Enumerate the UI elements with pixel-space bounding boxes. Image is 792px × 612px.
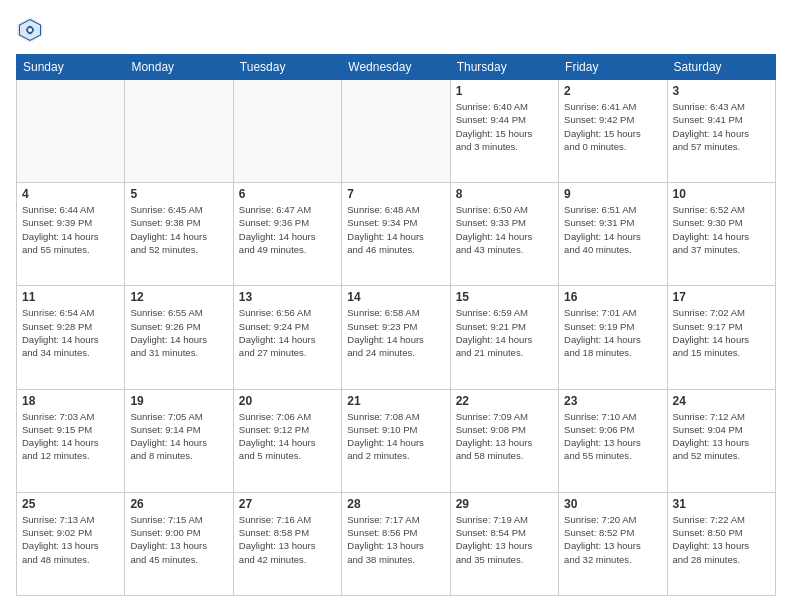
day-info: Sunrise: 7:17 AM Sunset: 8:56 PM Dayligh… — [347, 513, 444, 566]
calendar-cell: 29Sunrise: 7:19 AM Sunset: 8:54 PM Dayli… — [450, 492, 558, 595]
calendar-cell: 20Sunrise: 7:06 AM Sunset: 9:12 PM Dayli… — [233, 389, 341, 492]
day-number: 9 — [564, 187, 661, 201]
calendar-cell — [125, 80, 233, 183]
calendar-cell: 19Sunrise: 7:05 AM Sunset: 9:14 PM Dayli… — [125, 389, 233, 492]
day-info: Sunrise: 7:09 AM Sunset: 9:08 PM Dayligh… — [456, 410, 553, 463]
day-info: Sunrise: 6:45 AM Sunset: 9:38 PM Dayligh… — [130, 203, 227, 256]
svg-point-2 — [28, 28, 32, 32]
day-info: Sunrise: 7:01 AM Sunset: 9:19 PM Dayligh… — [564, 306, 661, 359]
day-info: Sunrise: 6:43 AM Sunset: 9:41 PM Dayligh… — [673, 100, 770, 153]
calendar-cell: 12Sunrise: 6:55 AM Sunset: 9:26 PM Dayli… — [125, 286, 233, 389]
calendar-cell: 18Sunrise: 7:03 AM Sunset: 9:15 PM Dayli… — [17, 389, 125, 492]
calendar-cell: 26Sunrise: 7:15 AM Sunset: 9:00 PM Dayli… — [125, 492, 233, 595]
calendar-cell: 13Sunrise: 6:56 AM Sunset: 9:24 PM Dayli… — [233, 286, 341, 389]
day-info: Sunrise: 7:16 AM Sunset: 8:58 PM Dayligh… — [239, 513, 336, 566]
calendar-cell: 5Sunrise: 6:45 AM Sunset: 9:38 PM Daylig… — [125, 183, 233, 286]
day-info: Sunrise: 7:06 AM Sunset: 9:12 PM Dayligh… — [239, 410, 336, 463]
calendar-cell: 4Sunrise: 6:44 AM Sunset: 9:39 PM Daylig… — [17, 183, 125, 286]
day-info: Sunrise: 7:05 AM Sunset: 9:14 PM Dayligh… — [130, 410, 227, 463]
day-number: 20 — [239, 394, 336, 408]
day-number: 7 — [347, 187, 444, 201]
day-number: 30 — [564, 497, 661, 511]
day-number: 27 — [239, 497, 336, 511]
calendar-cell: 8Sunrise: 6:50 AM Sunset: 9:33 PM Daylig… — [450, 183, 558, 286]
logo — [16, 16, 48, 44]
day-header-monday: Monday — [125, 55, 233, 80]
calendar-cell: 7Sunrise: 6:48 AM Sunset: 9:34 PM Daylig… — [342, 183, 450, 286]
day-number: 21 — [347, 394, 444, 408]
day-number: 18 — [22, 394, 119, 408]
day-number: 3 — [673, 84, 770, 98]
calendar-cell: 27Sunrise: 7:16 AM Sunset: 8:58 PM Dayli… — [233, 492, 341, 595]
day-number: 25 — [22, 497, 119, 511]
day-number: 17 — [673, 290, 770, 304]
day-number: 15 — [456, 290, 553, 304]
calendar-cell: 11Sunrise: 6:54 AM Sunset: 9:28 PM Dayli… — [17, 286, 125, 389]
day-info: Sunrise: 7:20 AM Sunset: 8:52 PM Dayligh… — [564, 513, 661, 566]
calendar-cell: 2Sunrise: 6:41 AM Sunset: 9:42 PM Daylig… — [559, 80, 667, 183]
day-info: Sunrise: 6:47 AM Sunset: 9:36 PM Dayligh… — [239, 203, 336, 256]
day-info: Sunrise: 7:08 AM Sunset: 9:10 PM Dayligh… — [347, 410, 444, 463]
day-number: 11 — [22, 290, 119, 304]
calendar-cell: 17Sunrise: 7:02 AM Sunset: 9:17 PM Dayli… — [667, 286, 775, 389]
day-info: Sunrise: 7:22 AM Sunset: 8:50 PM Dayligh… — [673, 513, 770, 566]
calendar-cell — [342, 80, 450, 183]
calendar-cell: 10Sunrise: 6:52 AM Sunset: 9:30 PM Dayli… — [667, 183, 775, 286]
day-header-friday: Friday — [559, 55, 667, 80]
day-number: 31 — [673, 497, 770, 511]
calendar-cell: 28Sunrise: 7:17 AM Sunset: 8:56 PM Dayli… — [342, 492, 450, 595]
day-info: Sunrise: 6:54 AM Sunset: 9:28 PM Dayligh… — [22, 306, 119, 359]
day-number: 6 — [239, 187, 336, 201]
page-header — [16, 16, 776, 44]
calendar-cell: 3Sunrise: 6:43 AM Sunset: 9:41 PM Daylig… — [667, 80, 775, 183]
day-number: 10 — [673, 187, 770, 201]
calendar-cell: 30Sunrise: 7:20 AM Sunset: 8:52 PM Dayli… — [559, 492, 667, 595]
calendar-cell: 1Sunrise: 6:40 AM Sunset: 9:44 PM Daylig… — [450, 80, 558, 183]
day-info: Sunrise: 6:52 AM Sunset: 9:30 PM Dayligh… — [673, 203, 770, 256]
calendar-cell: 24Sunrise: 7:12 AM Sunset: 9:04 PM Dayli… — [667, 389, 775, 492]
calendar-cell: 21Sunrise: 7:08 AM Sunset: 9:10 PM Dayli… — [342, 389, 450, 492]
day-info: Sunrise: 7:19 AM Sunset: 8:54 PM Dayligh… — [456, 513, 553, 566]
day-header-thursday: Thursday — [450, 55, 558, 80]
day-info: Sunrise: 6:50 AM Sunset: 9:33 PM Dayligh… — [456, 203, 553, 256]
day-info: Sunrise: 7:12 AM Sunset: 9:04 PM Dayligh… — [673, 410, 770, 463]
logo-icon — [16, 16, 44, 44]
calendar-cell: 25Sunrise: 7:13 AM Sunset: 9:02 PM Dayli… — [17, 492, 125, 595]
day-number: 19 — [130, 394, 227, 408]
day-info: Sunrise: 7:10 AM Sunset: 9:06 PM Dayligh… — [564, 410, 661, 463]
day-info: Sunrise: 6:41 AM Sunset: 9:42 PM Dayligh… — [564, 100, 661, 153]
day-info: Sunrise: 6:56 AM Sunset: 9:24 PM Dayligh… — [239, 306, 336, 359]
calendar-cell: 9Sunrise: 6:51 AM Sunset: 9:31 PM Daylig… — [559, 183, 667, 286]
day-info: Sunrise: 6:59 AM Sunset: 9:21 PM Dayligh… — [456, 306, 553, 359]
day-number: 4 — [22, 187, 119, 201]
day-number: 12 — [130, 290, 227, 304]
day-header-wednesday: Wednesday — [342, 55, 450, 80]
day-info: Sunrise: 6:44 AM Sunset: 9:39 PM Dayligh… — [22, 203, 119, 256]
day-info: Sunrise: 7:15 AM Sunset: 9:00 PM Dayligh… — [130, 513, 227, 566]
day-number: 5 — [130, 187, 227, 201]
day-number: 2 — [564, 84, 661, 98]
day-number: 23 — [564, 394, 661, 408]
calendar-cell: 16Sunrise: 7:01 AM Sunset: 9:19 PM Dayli… — [559, 286, 667, 389]
calendar-table: SundayMondayTuesdayWednesdayThursdayFrid… — [16, 54, 776, 596]
day-number: 13 — [239, 290, 336, 304]
day-info: Sunrise: 6:51 AM Sunset: 9:31 PM Dayligh… — [564, 203, 661, 256]
day-info: Sunrise: 6:55 AM Sunset: 9:26 PM Dayligh… — [130, 306, 227, 359]
day-number: 26 — [130, 497, 227, 511]
day-number: 29 — [456, 497, 553, 511]
day-number: 1 — [456, 84, 553, 98]
day-info: Sunrise: 7:02 AM Sunset: 9:17 PM Dayligh… — [673, 306, 770, 359]
day-info: Sunrise: 6:48 AM Sunset: 9:34 PM Dayligh… — [347, 203, 444, 256]
calendar-cell: 31Sunrise: 7:22 AM Sunset: 8:50 PM Dayli… — [667, 492, 775, 595]
calendar-cell: 22Sunrise: 7:09 AM Sunset: 9:08 PM Dayli… — [450, 389, 558, 492]
day-number: 16 — [564, 290, 661, 304]
day-info: Sunrise: 7:03 AM Sunset: 9:15 PM Dayligh… — [22, 410, 119, 463]
day-header-sunday: Sunday — [17, 55, 125, 80]
calendar-cell — [233, 80, 341, 183]
day-header-saturday: Saturday — [667, 55, 775, 80]
day-header-tuesday: Tuesday — [233, 55, 341, 80]
calendar-cell: 6Sunrise: 6:47 AM Sunset: 9:36 PM Daylig… — [233, 183, 341, 286]
calendar-cell — [17, 80, 125, 183]
calendar-cell: 14Sunrise: 6:58 AM Sunset: 9:23 PM Dayli… — [342, 286, 450, 389]
day-info: Sunrise: 7:13 AM Sunset: 9:02 PM Dayligh… — [22, 513, 119, 566]
